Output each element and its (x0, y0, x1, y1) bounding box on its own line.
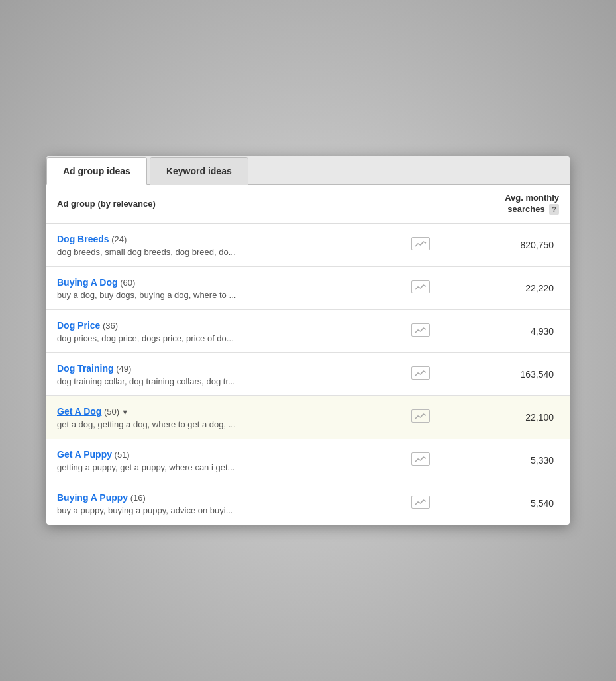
chart-cell[interactable] (402, 267, 438, 310)
ad-group-keywords: buy a puppy, buying a puppy, advice on b… (57, 505, 391, 515)
trend-chart-icon[interactable] (411, 366, 430, 380)
trend-chart-icon[interactable] (411, 452, 430, 466)
ad-group-link[interactable]: Buying A Puppy (57, 492, 128, 503)
trend-chart-icon[interactable] (411, 323, 430, 337)
ad-group-keywords: dog training collar, dog training collar… (57, 376, 391, 386)
ad-group-link[interactable]: Get A Dog (57, 406, 101, 417)
chart-cell[interactable] (402, 396, 438, 439)
ad-group-count: (60) (118, 278, 136, 288)
ad-group-count: (49) (114, 364, 132, 374)
searches-value: 22,100 (438, 396, 570, 439)
ad-group-link[interactable]: Get A Puppy (57, 449, 112, 460)
table-row: Dog Training (49)dog training collar, do… (46, 353, 570, 396)
ad-group-count: (24) (109, 235, 127, 244)
ad-group-keywords: dog prices, dog price, dogs price, price… (57, 333, 391, 343)
table-row: Dog Price (36)dog prices, dog price, dog… (46, 310, 570, 353)
ad-group-keywords: dog breeds, small dog breeds, dog breed,… (57, 247, 391, 257)
dropdown-arrow-icon[interactable]: ▼ (121, 408, 128, 416)
chart-cell[interactable] (402, 223, 438, 267)
table-row: Buying A Puppy (16)buy a puppy, buying a… (46, 482, 570, 525)
trend-chart-icon[interactable] (411, 237, 430, 250)
searches-help-badge[interactable]: ? (549, 204, 559, 215)
main-card: Ad group ideas Keyword ideas Ad group (b… (46, 156, 570, 525)
searches-value: 4,930 (438, 310, 570, 353)
table-row: Dog Breeds (24)dog breeds, small dog bre… (46, 223, 570, 267)
ad-group-count: (51) (112, 450, 130, 460)
col-header-adgroup: Ad group (by relevance) (46, 185, 402, 223)
chart-cell[interactable] (402, 439, 438, 482)
table-header-row: Ad group (by relevance) Avg. monthly sea… (46, 185, 570, 223)
chart-cell[interactable] (402, 353, 438, 396)
ad-group-count: (36) (100, 321, 118, 331)
table-row: Buying A Dog (60)buy a dog, buy dogs, bu… (46, 267, 570, 310)
searches-value: 5,330 (438, 439, 570, 482)
ad-group-count: (16) (128, 493, 146, 503)
searches-value: 820,750 (438, 223, 570, 267)
ad-group-link[interactable]: Dog Training (57, 363, 114, 374)
ad-group-keywords: buy a dog, buy dogs, buying a dog, where… (57, 290, 391, 300)
ad-group-link[interactable]: Dog Price (57, 320, 100, 331)
trend-chart-icon[interactable] (411, 496, 430, 509)
searches-value: 5,540 (438, 482, 570, 525)
tab-keyword-ideas[interactable]: Keyword ideas (150, 157, 248, 185)
tab-bar: Ad group ideas Keyword ideas (46, 156, 570, 185)
ad-group-keywords: getting a puppy, get a puppy, where can … (57, 462, 391, 472)
ad-group-link[interactable]: Buying A Dog (57, 277, 118, 288)
ad-group-table: Ad group (by relevance) Avg. monthly sea… (46, 185, 570, 525)
trend-chart-icon[interactable] (411, 409, 430, 423)
table-body: Dog Breeds (24)dog breeds, small dog bre… (46, 223, 570, 525)
ad-group-keywords: get a dog, getting a dog, where to get a… (57, 419, 391, 429)
ad-group-link[interactable]: Dog Breeds (57, 234, 109, 244)
tab-ad-group-ideas[interactable]: Ad group ideas (46, 157, 147, 185)
trend-chart-icon[interactable] (411, 280, 430, 293)
table-row: Get A Dog (50) ▼get a dog, getting a dog… (46, 396, 570, 439)
ad-group-count: (50) (101, 407, 119, 417)
col-header-chart (402, 185, 438, 223)
searches-value: 163,540 (438, 353, 570, 396)
table-row: Get A Puppy (51)getting a puppy, get a p… (46, 439, 570, 482)
searches-value: 22,220 (438, 267, 570, 310)
chart-cell[interactable] (402, 482, 438, 525)
table-container: Ad group (by relevance) Avg. monthly sea… (46, 185, 570, 525)
col-header-searches: Avg. monthly searches ? (438, 185, 570, 223)
chart-cell[interactable] (402, 310, 438, 353)
